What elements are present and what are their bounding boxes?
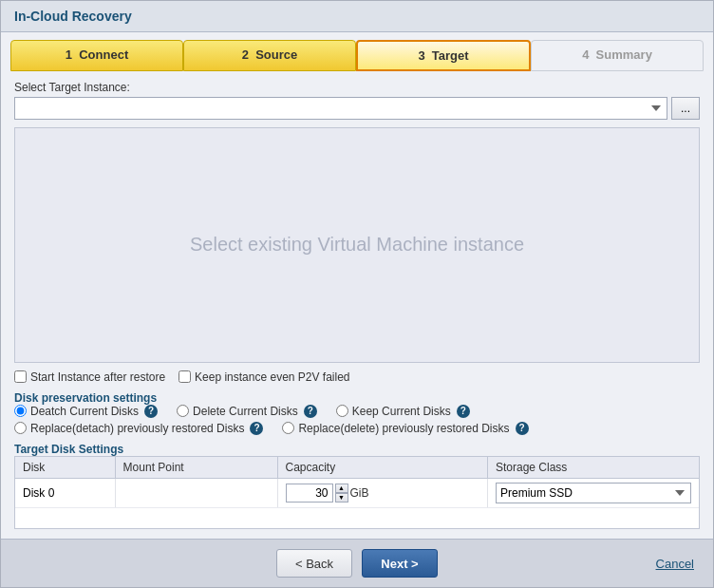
radio-detach-label[interactable]: Deatch Current Disks ? [14, 405, 158, 418]
start-after-restore-label[interactable]: Start Instance after restore [14, 370, 165, 384]
back-button[interactable]: < Back [276, 549, 352, 578]
radio-keep-label[interactable]: Keep Current Disks ? [336, 405, 470, 418]
target-instance-dropdown[interactable] [14, 97, 667, 120]
target-disk-label: Target Disk Settings [14, 443, 700, 456]
browse-button[interactable]: ... [671, 97, 700, 120]
window-title: In-Cloud Recovery [14, 9, 132, 24]
disk-radio-row-2: Replace(detach) previously restored Disk… [14, 422, 700, 435]
replace-detach-help-icon[interactable]: ? [250, 422, 263, 435]
footer: < Back Next > Cancel [1, 539, 713, 587]
vm-placeholder-text: Select existing Virtual Machine instance [190, 234, 524, 256]
vm-preview-box: Select existing Virtual Machine instance [14, 127, 700, 363]
spin-up-button[interactable]: ▲ [335, 484, 348, 493]
disk-preservation-section: Disk preservation settings Deatch Curren… [14, 391, 700, 435]
tab-target-label: Target [432, 48, 469, 63]
capacity-input[interactable] [286, 484, 333, 503]
col-disk: Disk [15, 457, 115, 479]
col-capacity: Capcacity [277, 457, 487, 479]
keep-even-failed-text: Keep instance even P2V failed [195, 370, 349, 384]
start-after-restore-text: Start Instance after restore [30, 370, 165, 384]
radio-replace-detach-text: Replace(detach) previously restored Disk… [30, 422, 244, 435]
capacity-cell: ▲ ▼ GiB [277, 478, 487, 507]
radio-delete[interactable] [177, 405, 189, 417]
next-button[interactable]: Next > [362, 549, 438, 578]
table-header-row: Disk Mount Point Capcacity Storage Class [15, 457, 699, 479]
tab-connect-label: Connect [79, 47, 128, 62]
select-target-section: Select Target Instance: ... [14, 81, 700, 120]
select-row: ... [14, 97, 700, 120]
empty-table-row [15, 507, 699, 528]
tab-target-number: 3 [418, 48, 424, 63]
title-bar: In-Cloud Recovery [1, 1, 713, 32]
keep-even-failed-label[interactable]: Keep instance even P2V failed [178, 370, 349, 384]
wizard-tabs: 1 Connect 2 Source 3 Target 4 Summary [1, 32, 713, 71]
select-target-label: Select Target Instance: [14, 81, 700, 94]
storage-class-select[interactable]: Premium SSD Standard SSD Standard HDD [496, 483, 691, 503]
storage-class-cell: Premium SSD Standard SSD Standard HDD [487, 478, 699, 507]
tab-source[interactable]: 2 Source [183, 40, 356, 71]
disk-table: Disk Mount Point Capcacity Storage Class… [15, 457, 699, 529]
disk-name: Disk 0 [23, 486, 54, 500]
tab-summary[interactable]: 4 Summary [531, 40, 704, 71]
col-storage-class: Storage Class [487, 457, 699, 479]
radio-delete-text: Delete Current Disks [193, 405, 298, 418]
radio-keep-text: Keep Current Disks [352, 405, 451, 418]
start-after-restore-checkbox[interactable] [14, 370, 27, 383]
main-window: In-Cloud Recovery 1 Connect 2 Source 3 T… [0, 0, 714, 588]
radio-replace-delete-text: Replace(delete) previously restored Disk… [298, 422, 509, 435]
tab-summary-number: 4 [582, 47, 589, 62]
delete-help-icon[interactable]: ? [304, 405, 317, 418]
tab-connect-number: 1 [66, 47, 72, 62]
empty-cell [15, 507, 699, 528]
radio-detach-text: Deatch Current Disks [30, 405, 139, 418]
detach-help-icon[interactable]: ? [144, 405, 158, 418]
gib-label: GiB [350, 486, 369, 500]
tab-source-label: Source [255, 47, 297, 62]
tab-source-number: 2 [242, 47, 249, 62]
radio-delete-label[interactable]: Delete Current Disks ? [177, 405, 317, 418]
keep-even-failed-checkbox[interactable] [178, 370, 191, 383]
cancel-button[interactable]: Cancel [656, 557, 694, 571]
radio-detach[interactable] [14, 405, 27, 417]
target-disk-section: Target Disk Settings Disk Mount Point Ca… [14, 443, 700, 530]
disk-table-container: Disk Mount Point Capcacity Storage Class… [14, 456, 700, 530]
disk-radio-row-1: Deatch Current Disks ? Delete Current Di… [14, 405, 700, 418]
tab-connect[interactable]: 1 Connect [10, 40, 183, 71]
content-area: Select Target Instance: ... Select exist… [1, 71, 713, 539]
tab-summary-label: Summary [596, 47, 652, 62]
capacity-input-group: ▲ ▼ GiB [286, 484, 479, 503]
col-mount-point: Mount Point [115, 457, 277, 479]
checkbox-row: Start Instance after restore Keep instan… [14, 370, 700, 384]
disk-preservation-label: Disk preservation settings [14, 391, 700, 405]
table-row: Disk 0 ▲ ▼ [15, 478, 699, 507]
disk-preservation-radio-group: Deatch Current Disks ? Delete Current Di… [14, 405, 700, 435]
spin-buttons: ▲ ▼ [335, 484, 348, 503]
radio-keep[interactable] [336, 405, 348, 417]
radio-replace-detach[interactable] [14, 422, 27, 434]
replace-delete-help-icon[interactable]: ? [516, 422, 529, 435]
radio-replace-delete[interactable] [282, 422, 294, 434]
radio-replace-detach-label[interactable]: Replace(detach) previously restored Disk… [14, 422, 263, 435]
disk-name-cell: Disk 0 [15, 478, 115, 507]
keep-help-icon[interactable]: ? [457, 405, 470, 418]
mount-point-cell [115, 478, 277, 507]
radio-replace-delete-label[interactable]: Replace(delete) previously restored Disk… [282, 422, 528, 435]
spin-down-button[interactable]: ▼ [335, 493, 348, 503]
tab-target[interactable]: 3 Target [356, 40, 531, 71]
